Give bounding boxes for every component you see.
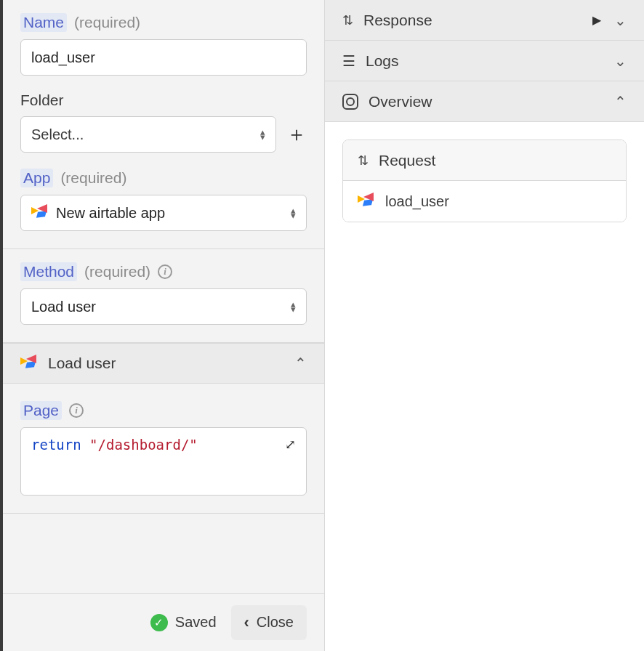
check-icon: ✓ <box>150 614 168 631</box>
method-value-text: Load user <box>31 299 96 315</box>
chevron-up-icon: ⌃ <box>614 93 627 110</box>
name-label: Name <box>20 13 67 32</box>
left-panel: Name (required) Folder Select... ▴▾ ＋ Ap… <box>0 0 325 651</box>
chevron-down-icon: ⌄ <box>614 52 627 70</box>
method-label: Method <box>20 262 77 281</box>
request-card: ⇅ Request load_user <box>342 140 627 222</box>
method-label-row: Method (required) i <box>20 262 307 281</box>
request-item-text: load_user <box>385 193 449 210</box>
airtable-icon <box>20 355 38 372</box>
chevron-down-icon: ⌄ <box>614 12 627 29</box>
overview-content: ⇅ Request load_user <box>325 122 644 240</box>
chevron-left-icon: ‹ <box>244 613 249 632</box>
page-code-input[interactable]: return "/dashboard/" ⤢ <box>20 427 307 496</box>
overview-accordion[interactable]: Overview ⌃ <box>325 81 644 122</box>
app-label: App <box>20 169 53 187</box>
page-label: Page <box>20 401 62 420</box>
request-card-header: ⇅ Request <box>343 140 626 181</box>
method-select[interactable]: Load user ▴▾ <box>20 288 307 325</box>
request-header-text: Request <box>379 152 435 169</box>
page-section: Page i return "/dashboard/" ⤢ <box>3 384 324 514</box>
name-label-row: Name (required) <box>20 13 307 32</box>
swap-icon: ⇅ <box>358 153 369 169</box>
response-accordion[interactable]: ⇅ Response ▶ ⌄ <box>325 0 644 41</box>
response-label: Response <box>363 12 432 29</box>
play-icon[interactable]: ▶ <box>592 13 601 27</box>
select-stepper-icon: ▴▾ <box>260 129 265 140</box>
app-select[interactable]: New airtable app ▴▾ <box>20 195 307 231</box>
folder-select-row: Select... ▴▾ ＋ <box>20 116 307 153</box>
swap-icon: ⇅ <box>342 12 353 28</box>
select-stepper-icon: ▴▾ <box>291 208 296 218</box>
saved-text: Saved <box>175 614 217 631</box>
info-icon[interactable]: i <box>158 264 172 279</box>
name-required: (required) <box>74 14 140 31</box>
expand-icon[interactable]: ⤢ <box>285 437 296 452</box>
add-folder-button[interactable]: ＋ <box>286 121 307 148</box>
method-field-group: Method (required) i Load user ▴▾ <box>20 262 307 325</box>
code-string: "/dashboard/" <box>89 437 198 453</box>
overview-icon <box>342 94 358 110</box>
request-card-body[interactable]: load_user <box>343 181 626 222</box>
form-top-section: Name (required) Folder Select... ▴▾ ＋ Ap… <box>3 0 324 249</box>
airtable-icon <box>358 193 375 210</box>
app-label-row: App (required) <box>20 169 307 187</box>
method-required: (required) <box>84 263 150 280</box>
method-form-section: Method (required) i Load user ▴▾ <box>3 249 324 343</box>
airtable-icon <box>31 204 49 222</box>
code-keyword: return <box>31 437 81 453</box>
app-field-group: App (required) New airtable app ▴▾ <box>20 169 307 231</box>
saved-indicator: ✓ Saved <box>150 614 217 631</box>
folder-select[interactable]: Select... ▴▾ <box>20 116 276 153</box>
select-stepper-icon: ▴▾ <box>291 302 296 312</box>
folder-label-row: Folder <box>20 92 307 109</box>
name-input[interactable] <box>20 39 307 76</box>
app-required: (required) <box>60 169 126 187</box>
page-label-row: Page i <box>20 401 307 420</box>
folder-field-group: Folder Select... ▴▾ ＋ <box>20 92 307 153</box>
close-button[interactable]: ‹ Close <box>231 605 307 640</box>
right-panel: ⇅ Response ▶ ⌄ ☰ Logs ⌄ Overview ⌃ ⇅ Req… <box>325 0 644 651</box>
overview-label: Overview <box>369 93 432 110</box>
footer: ✓ Saved ‹ Close <box>3 593 324 651</box>
name-field-group: Name (required) <box>20 13 307 76</box>
load-user-section-header[interactable]: Load user ⌃ <box>3 343 324 384</box>
logs-label: Logs <box>366 52 399 70</box>
info-icon[interactable]: i <box>69 403 84 418</box>
hamburger-icon: ☰ <box>342 52 355 70</box>
close-text: Close <box>257 614 294 631</box>
folder-placeholder: Select... <box>31 126 84 143</box>
logs-accordion[interactable]: ☰ Logs ⌄ <box>325 41 644 81</box>
app-select-value: New airtable app <box>31 204 165 222</box>
app-value-text: New airtable app <box>56 205 165 222</box>
folder-label: Folder <box>20 92 64 109</box>
section-title: Load user <box>48 355 116 372</box>
chevron-up-icon: ⌃ <box>294 355 307 372</box>
